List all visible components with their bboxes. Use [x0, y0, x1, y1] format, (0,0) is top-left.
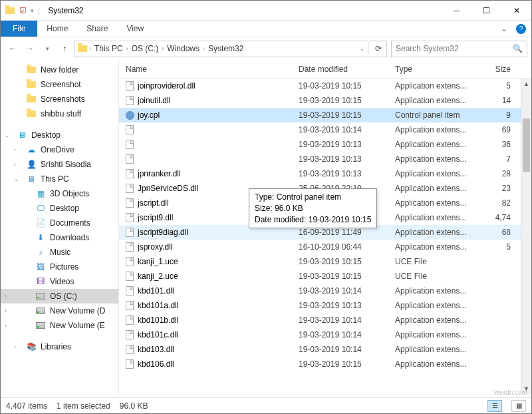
crumb-system32[interactable]: System32 — [206, 44, 245, 53]
crumb-windows[interactable]: Windows — [165, 44, 201, 53]
file-row[interactable]: 19-03-2019 10:14Application extens...69 — [119, 122, 531, 137]
scroll-thumb[interactable] — [523, 118, 530, 172]
file-name: kbd103.dll — [138, 345, 299, 354]
file-row[interactable]: kanji_1.uce19-03-2019 10:15UCE File — [119, 254, 531, 269]
tree-downloads[interactable]: ⬇Downloads — [1, 230, 118, 245]
file-icon — [126, 154, 138, 164]
file-name: kbd101.dll — [138, 286, 299, 296]
file-size: 69 — [481, 125, 517, 134]
search-icon[interactable]: 🔍 — [513, 44, 523, 53]
file-date: 19-03-2019 10:15 — [299, 110, 395, 120]
file-size: 5 — [481, 242, 517, 252]
tree-desktop[interactable]: ⌄🖥Desktop — [1, 128, 118, 142]
title-bar: ☑ ▾ | System32 ─ ☐ ✕ — [1, 1, 531, 21]
view-tab[interactable]: View — [117, 21, 153, 37]
column-headers[interactable]: Name Date modified Type Size — [119, 60, 531, 79]
back-button[interactable]: ← — [5, 41, 21, 57]
file-icon — [126, 228, 138, 237]
navigation-bar: ← → ▾ ↑ › This PC › OS (C:) › Windows › … — [1, 37, 531, 60]
ribbon-collapse-icon[interactable]: ⌄ — [496, 21, 512, 37]
tree-libraries[interactable]: ›📚Libraries — [1, 339, 118, 354]
tree-onedrive[interactable]: ›☁OneDrive — [1, 142, 118, 157]
tree-item: Screenshots — [1, 92, 118, 106]
tree-os-c[interactable]: ›OS (C:) — [1, 289, 118, 304]
close-button[interactable]: ✕ — [501, 1, 531, 20]
tree-pictures[interactable]: 🖼Pictures — [1, 260, 118, 274]
home-tab[interactable]: Home — [37, 21, 77, 37]
col-type[interactable]: Type — [395, 65, 481, 74]
file-icon — [126, 301, 138, 310]
file-row[interactable]: 19-03-2019 10:13Application extens...7 — [119, 152, 531, 166]
share-tab[interactable]: Share — [77, 21, 117, 37]
col-name[interactable]: Name — [126, 65, 299, 74]
file-name: joinproviderol.dll — [138, 81, 299, 91]
folder-icon — [77, 43, 88, 54]
crumb-os-c[interactable]: OS (C:) — [130, 44, 161, 53]
file-row[interactable]: joinproviderol.dll19-03-2019 10:15Applic… — [119, 79, 531, 93]
address-dropdown-icon[interactable]: ⌄ — [360, 45, 365, 52]
file-name: kbd101a.dll — [138, 301, 299, 310]
search-input[interactable]: Search System32 🔍 — [391, 41, 527, 57]
file-size: 14 — [481, 96, 517, 105]
file-type: Application extens... — [395, 198, 481, 208]
recent-dropdown[interactable]: ▾ — [39, 41, 55, 57]
scroll-up-icon[interactable]: ▲ — [521, 79, 531, 89]
file-date: 19-03-2019 10:15 — [299, 96, 395, 105]
file-type: UCE File — [395, 257, 481, 266]
file-row[interactable]: joy.cpl19-03-2019 10:15Control panel ite… — [119, 108, 531, 122]
file-type: Application extens... — [395, 125, 481, 134]
icons-view-button[interactable]: ▦ — [511, 400, 526, 412]
tree-documents[interactable]: 📄Documents — [1, 216, 118, 230]
tree-music[interactable]: ♪Music — [1, 245, 118, 260]
file-size: 36 — [481, 140, 517, 149]
file-list[interactable]: joinproviderol.dll19-03-2019 10:15Applic… — [119, 79, 531, 394]
file-size: 7 — [481, 154, 517, 164]
minimize-button[interactable]: ─ — [442, 1, 471, 20]
refresh-button[interactable]: ⟳ — [370, 41, 387, 57]
file-date: 19-03-2019 10:14 — [299, 315, 395, 325]
file-type: Application extens... — [395, 345, 481, 354]
file-row[interactable]: kbd103.dll19-03-2019 10:14Application ex… — [119, 342, 531, 357]
file-row[interactable]: kbd101c.dll19-03-2019 10:14Application e… — [119, 327, 531, 342]
file-row[interactable]: kbd101.dll19-03-2019 10:14Application ex… — [119, 284, 531, 298]
file-row[interactable]: kbd106.dll19-03-2019 10:15Application ex… — [119, 357, 531, 371]
file-date: 19-03-2019 10:13 — [299, 140, 395, 149]
tree-3d-objects[interactable]: ▦3D Objects — [1, 186, 118, 201]
address-bar[interactable]: › This PC › OS (C:) › Windows › System32… — [74, 41, 368, 57]
tree-videos[interactable]: 🎞Videos — [1, 274, 118, 289]
file-tab[interactable]: File — [1, 21, 37, 37]
status-selected: 1 item selected — [57, 401, 110, 411]
tree-new-volume-d[interactable]: ›New Volume (D — [1, 304, 118, 318]
col-date[interactable]: Date modified — [299, 65, 395, 74]
file-size: 68 — [481, 228, 517, 237]
help-icon[interactable]: ? — [516, 24, 526, 34]
qat-dropdown-icon[interactable]: ▾ — [31, 7, 34, 14]
file-row[interactable]: jsproxy.dll16-10-2019 06:44Application e… — [119, 240, 531, 254]
file-type: Application extens... — [395, 169, 481, 178]
forward-button[interactable]: → — [22, 41, 38, 57]
file-type: Control panel item — [395, 110, 481, 120]
qat-checkbox-icon[interactable]: ☑ — [19, 6, 27, 15]
file-date: 16-10-2019 06:44 — [299, 242, 395, 252]
tree-item: Screenshot — [1, 77, 118, 92]
file-row[interactable]: kanji_2.uce19-03-2019 10:15UCE File — [119, 269, 531, 284]
file-row[interactable]: kbd101b.dll19-03-2019 10:14Application e… — [119, 313, 531, 327]
scrollbar[interactable]: ▲ ▼ — [521, 79, 531, 394]
navigation-tree[interactable]: New folder Screenshot Screenshots shibbu… — [1, 60, 119, 394]
col-size[interactable]: Size — [481, 65, 517, 74]
file-row[interactable]: 19-03-2019 10:13Application extens...36 — [119, 137, 531, 152]
tree-new-volume-e[interactable]: ›New Volume (E — [1, 318, 118, 333]
file-name: jscript9diag.dll — [138, 228, 299, 237]
maximize-button[interactable]: ☐ — [471, 1, 501, 20]
file-row[interactable]: jpnranker.dll19-03-2019 10:13Application… — [119, 166, 531, 181]
tree-user[interactable]: ›👤Srishti Sisodia — [1, 157, 118, 172]
tree-this-pc[interactable]: ⌄🖥This PC — [1, 172, 118, 186]
crumb-this-pc[interactable]: This PC — [92, 44, 125, 53]
up-button[interactable]: ↑ — [57, 41, 72, 57]
details-view-button[interactable]: ☰ — [487, 400, 502, 412]
file-row[interactable]: kbd101a.dll19-03-2019 10:13Application e… — [119, 298, 531, 313]
file-row[interactable]: joinutil.dll19-03-2019 10:15Application … — [119, 93, 531, 108]
file-icon — [126, 198, 138, 208]
tree-desktop-folder[interactable]: 🖵Desktop — [1, 201, 118, 216]
file-type: Application extens... — [395, 330, 481, 339]
